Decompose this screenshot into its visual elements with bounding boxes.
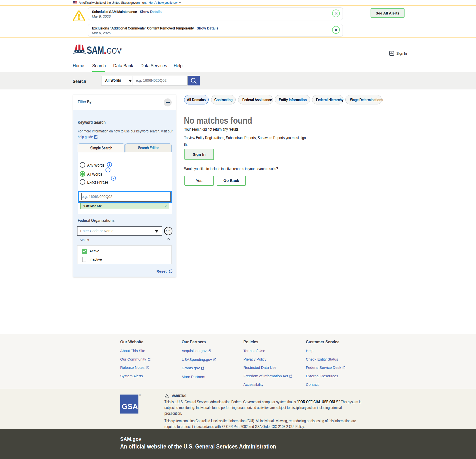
svg-text:SAM: SAM — [87, 44, 104, 55]
svg-text:®: ® — [121, 48, 122, 50]
svg-text:GOV: GOV — [107, 46, 121, 55]
svg-text:GSA: GSA — [122, 402, 138, 411]
svg-text:®: ® — [139, 394, 141, 397]
